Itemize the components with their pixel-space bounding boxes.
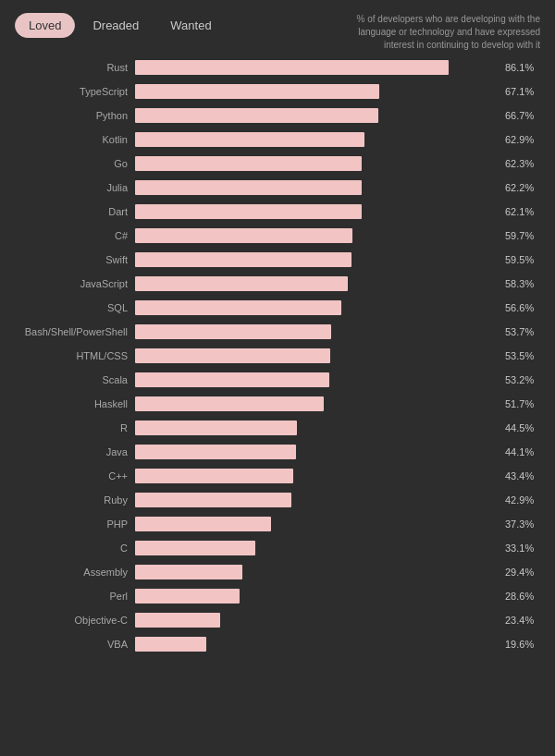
bar-row: C33.1% bbox=[15, 537, 540, 559]
bar-label: Java bbox=[15, 446, 135, 457]
bar-value: 33.1% bbox=[505, 543, 540, 554]
bar-row: C#59.7% bbox=[15, 225, 540, 247]
bar-track bbox=[135, 300, 500, 315]
bar-fill bbox=[135, 228, 352, 243]
bar-value: 29.4% bbox=[505, 567, 540, 578]
bar-label: Bash/Shell/PowerShell bbox=[15, 326, 135, 337]
bar-label: Kotlin bbox=[15, 134, 135, 145]
bar-track bbox=[135, 276, 500, 291]
bar-track bbox=[135, 493, 500, 507]
bar-value: 37.3% bbox=[505, 518, 540, 530]
bar-fill bbox=[135, 132, 364, 147]
bar-label: TypeScript bbox=[15, 86, 135, 97]
bar-value: 58.3% bbox=[505, 278, 540, 289]
chart-container: Rust86.1%TypeScript67.1%Python66.7%Kotli… bbox=[0, 47, 555, 676]
bar-fill bbox=[135, 300, 341, 315]
bar-value: 53.2% bbox=[505, 374, 540, 385]
bar-fill bbox=[135, 396, 324, 411]
bar-fill bbox=[135, 84, 379, 99]
bar-row: HTML/CSS53.5% bbox=[15, 345, 540, 367]
bar-fill bbox=[135, 204, 362, 219]
header: Loved Dreaded Wanted % of developers who… bbox=[0, 0, 555, 47]
bar-fill bbox=[135, 469, 293, 483]
bar-value: 59.7% bbox=[505, 230, 540, 241]
tab-loved[interactable]: Loved bbox=[15, 13, 75, 38]
bar-row: Objective-C23.4% bbox=[15, 609, 540, 631]
bar-row: Kotlin62.9% bbox=[15, 128, 540, 151]
bar-value: 51.7% bbox=[505, 398, 540, 409]
bar-value: 66.7% bbox=[505, 110, 540, 121]
bar-row: VBA19.6% bbox=[15, 633, 540, 655]
bar-label: SQL bbox=[15, 302, 135, 313]
bar-fill bbox=[135, 421, 297, 435]
bar-row: Dart62.1% bbox=[15, 201, 540, 223]
bar-fill bbox=[135, 324, 331, 339]
bar-label: Perl bbox=[15, 591, 135, 602]
bar-row: Python66.7% bbox=[15, 104, 540, 127]
bar-track bbox=[135, 613, 500, 628]
bar-value: 59.5% bbox=[505, 254, 540, 265]
bar-row: Haskell51.7% bbox=[15, 393, 540, 415]
bar-value: 44.1% bbox=[505, 446, 540, 457]
bar-value: 43.4% bbox=[505, 470, 540, 482]
bar-track bbox=[135, 84, 500, 99]
bar-row: JavaScript58.3% bbox=[15, 273, 540, 295]
bar-value: 53.5% bbox=[505, 350, 540, 361]
bar-row: Swift59.5% bbox=[15, 249, 540, 271]
bar-fill bbox=[135, 180, 362, 195]
bar-label: Go bbox=[15, 158, 135, 169]
bar-value: 53.7% bbox=[505, 326, 540, 337]
bar-label: C# bbox=[15, 230, 135, 241]
bar-row: Bash/Shell/PowerShell53.7% bbox=[15, 321, 540, 343]
bar-value: 62.1% bbox=[505, 206, 540, 217]
tab-dreaded[interactable]: Dreaded bbox=[79, 13, 153, 38]
bar-track bbox=[135, 469, 500, 483]
bar-fill bbox=[135, 613, 220, 628]
bar-row: R44.5% bbox=[15, 417, 540, 439]
bar-row: Rust86.1% bbox=[15, 56, 540, 79]
bar-track bbox=[135, 517, 500, 531]
bar-fill bbox=[135, 276, 348, 291]
bar-value: 19.6% bbox=[505, 639, 540, 650]
bar-fill bbox=[135, 156, 362, 171]
bar-fill bbox=[135, 493, 291, 507]
bar-track bbox=[135, 228, 500, 243]
bar-row: Java44.1% bbox=[15, 441, 540, 463]
bar-track bbox=[135, 445, 500, 459]
bar-row: Ruby42.9% bbox=[15, 489, 540, 511]
bar-track bbox=[135, 180, 500, 195]
bar-track bbox=[135, 372, 500, 387]
bar-fill bbox=[135, 108, 378, 123]
bar-label: Python bbox=[15, 110, 135, 121]
bar-value: 62.2% bbox=[505, 182, 540, 193]
bar-row: Julia62.2% bbox=[15, 177, 540, 199]
bar-label: Assembly bbox=[15, 567, 135, 578]
bar-fill bbox=[135, 60, 449, 75]
bar-label: PHP bbox=[15, 518, 135, 530]
bar-label: Ruby bbox=[15, 494, 135, 506]
bar-fill bbox=[135, 252, 352, 267]
bar-fill bbox=[135, 589, 240, 604]
bar-value: 56.6% bbox=[505, 302, 540, 313]
bar-label: Objective-C bbox=[15, 615, 135, 626]
bar-label: Dart bbox=[15, 206, 135, 217]
bar-fill bbox=[135, 445, 296, 459]
bar-track bbox=[135, 637, 500, 652]
bar-track bbox=[135, 589, 500, 604]
bar-row: Go62.3% bbox=[15, 152, 540, 175]
bar-label: HTML/CSS bbox=[15, 350, 135, 361]
bar-track bbox=[135, 348, 500, 363]
bar-fill bbox=[135, 541, 255, 555]
bar-track bbox=[135, 324, 500, 339]
bar-label: Julia bbox=[15, 182, 135, 193]
bar-label: Swift bbox=[15, 254, 135, 265]
bar-track bbox=[135, 108, 500, 123]
bar-track bbox=[135, 132, 500, 147]
bar-label: C++ bbox=[15, 470, 135, 482]
bar-row: TypeScript67.1% bbox=[15, 80, 540, 103]
bar-track bbox=[135, 396, 500, 411]
tab-wanted[interactable]: Wanted bbox=[156, 13, 225, 38]
tab-group: Loved Dreaded Wanted bbox=[15, 13, 226, 38]
bar-row: Perl28.6% bbox=[15, 585, 540, 607]
bar-label: Rust bbox=[15, 62, 135, 73]
